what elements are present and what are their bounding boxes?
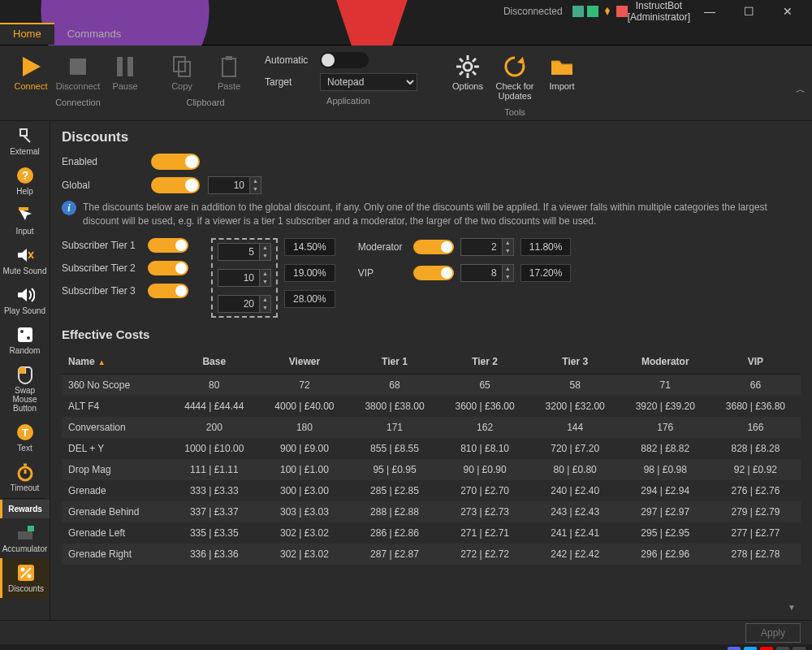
sidebar-item-external[interactable]: External bbox=[0, 121, 50, 161]
sidebar-item-play[interactable]: Play Sound bbox=[0, 280, 50, 320]
group-clipboard-label: Clipboard bbox=[186, 98, 224, 107]
tier1-toggle[interactable] bbox=[148, 238, 188, 253]
table-row[interactable]: Grenade333 | £3.33300 | £3.00285 | £2.85… bbox=[62, 480, 801, 501]
tier3-pct: 28.00% bbox=[284, 290, 335, 308]
sidebar-item-text[interactable]: TText bbox=[0, 418, 50, 457]
table-row[interactable]: Drop Mag111 | £1.11100 | £1.0095 | £0.95… bbox=[62, 459, 801, 480]
global-toggle[interactable] bbox=[151, 177, 200, 193]
target-select[interactable]: Notepad bbox=[320, 73, 417, 91]
vip-toggle[interactable] bbox=[413, 266, 454, 280]
connect-button[interactable]: Connect bbox=[10, 52, 52, 93]
twitter-icon[interactable] bbox=[744, 647, 757, 650]
col-vip[interactable]: VIP bbox=[710, 349, 801, 375]
input-icon bbox=[15, 206, 35, 225]
q-icon-1[interactable] bbox=[572, 6, 584, 17]
enabled-toggle[interactable] bbox=[151, 154, 200, 170]
mod-label: Moderator bbox=[358, 241, 407, 253]
folder-icon bbox=[549, 54, 575, 80]
target-label: Target bbox=[265, 76, 312, 88]
minimize-button[interactable]: — bbox=[690, 0, 729, 23]
svg-line-17 bbox=[473, 72, 476, 75]
q-icon-4[interactable] bbox=[616, 6, 628, 17]
svg-line-18 bbox=[460, 72, 463, 75]
apply-button[interactable]: Apply bbox=[745, 623, 801, 643]
svg-rect-29 bbox=[18, 531, 32, 540]
gear-icon bbox=[455, 54, 481, 80]
table-row[interactable]: Conversation200180171162144176166 bbox=[62, 417, 801, 438]
youtube-icon[interactable] bbox=[760, 647, 773, 650]
disconnect-button: Disconnect bbox=[57, 52, 99, 93]
enabled-label: Enabled bbox=[62, 156, 143, 167]
spin-down-icon[interactable]: ▼ bbox=[249, 185, 261, 193]
content-area: Discounts Enabled Global ▲▼ i The discou… bbox=[50, 121, 812, 620]
q-icon-3[interactable] bbox=[602, 6, 613, 17]
close-button[interactable]: ✕ bbox=[768, 0, 807, 23]
table-row[interactable]: Grenade Behind337 | £3.37303 | £3.03288 … bbox=[62, 501, 801, 522]
sidebar-item-rewards[interactable]: Rewards bbox=[0, 500, 50, 518]
status-icon-5[interactable] bbox=[793, 647, 806, 650]
sidebar-item-mute[interactable]: Mute Sound bbox=[0, 240, 50, 280]
info-icon: i bbox=[62, 201, 76, 215]
svg-rect-10 bbox=[226, 56, 232, 60]
maximize-button[interactable]: ☐ bbox=[729, 0, 768, 23]
table-row[interactable]: DEL + Y1000 | £10.00900 | £9.00855 | £8.… bbox=[62, 438, 801, 459]
col-moderator[interactable]: Moderator bbox=[620, 349, 710, 375]
options-button[interactable]: Options bbox=[447, 52, 489, 93]
tab-home[interactable]: Home bbox=[0, 23, 54, 45]
table-row[interactable]: ALT F44444 | £44.444000 | £40.003800 | £… bbox=[62, 396, 801, 417]
global-value-input[interactable]: ▲▼ bbox=[208, 176, 261, 194]
tier3-toggle[interactable] bbox=[148, 284, 188, 298]
pause-icon bbox=[112, 54, 138, 80]
discounts-heading: Discounts bbox=[62, 129, 801, 145]
scroll-down-icon[interactable]: ▼ bbox=[788, 603, 796, 612]
discord-icon[interactable] bbox=[728, 647, 741, 650]
effective-costs-table: Name▲ Base Viewer Tier 1 Tier 2 Tier 3 M… bbox=[62, 349, 801, 565]
table-row[interactable]: 360 No Scope80726865587166 bbox=[62, 374, 801, 396]
import-button[interactable]: Import bbox=[541, 52, 583, 93]
spin-up-icon[interactable]: ▲ bbox=[249, 177, 261, 185]
external-icon bbox=[15, 126, 35, 145]
tier-inputs-highlight: ▲▼ ▲▼ ▲▼ bbox=[211, 238, 278, 318]
table-row[interactable]: Grenade Left335 | £3.35302 | £3.02286 | … bbox=[62, 522, 801, 544]
tier2-input[interactable]: ▲▼ bbox=[218, 269, 271, 287]
sidebar-item-help[interactable]: ?Help bbox=[0, 161, 50, 201]
svg-rect-6 bbox=[127, 57, 133, 76]
svg-rect-30 bbox=[28, 526, 34, 531]
mod-pct: 11.80% bbox=[520, 238, 572, 256]
col-viewer[interactable]: Viewer bbox=[259, 349, 349, 375]
tier3-input[interactable]: ▲▼ bbox=[218, 295, 271, 313]
col-tier1[interactable]: Tier 1 bbox=[349, 349, 439, 375]
sidebar-item-discounts[interactable]: Discounts bbox=[0, 558, 50, 598]
svg-point-25 bbox=[27, 336, 30, 340]
svg-rect-2 bbox=[587, 6, 598, 17]
check-updates-button[interactable]: Check for Updates bbox=[494, 52, 536, 102]
titlebar: Disconnected InstructBot [Administrator]… bbox=[0, 0, 812, 23]
svg-rect-23 bbox=[18, 327, 32, 342]
tier1-input[interactable]: ▲▼ bbox=[218, 243, 271, 261]
sidebar-item-timeout[interactable]: Timeout bbox=[0, 457, 50, 497]
col-base[interactable]: Base bbox=[169, 349, 259, 375]
q-icon-2[interactable] bbox=[587, 6, 598, 17]
window-title: InstructBot [Administrator] bbox=[628, 0, 690, 23]
tab-commands[interactable]: Commands bbox=[54, 23, 134, 45]
col-name[interactable]: Name▲ bbox=[62, 349, 169, 375]
global-label: Global bbox=[62, 180, 143, 191]
col-tier3[interactable]: Tier 3 bbox=[530, 349, 620, 375]
table-row[interactable]: Grenade Right336 | £3.36302 | £3.02287 |… bbox=[62, 544, 801, 565]
mod-toggle[interactable] bbox=[413, 240, 454, 254]
mouse-icon bbox=[15, 365, 35, 384]
col-tier2[interactable]: Tier 2 bbox=[440, 349, 530, 375]
vip-input[interactable]: ▲▼ bbox=[460, 264, 514, 282]
mod-input[interactable]: ▲▼ bbox=[460, 238, 514, 256]
svg-text:T: T bbox=[22, 427, 28, 439]
tier2-toggle[interactable] bbox=[148, 261, 188, 275]
tier2-label: Subscriber Tier 2 bbox=[62, 262, 141, 274]
sidebar-item-random[interactable]: Random bbox=[0, 320, 50, 360]
sidebar-item-input[interactable]: Input bbox=[0, 201, 50, 240]
ribbon-collapse-button[interactable]: ︿ bbox=[796, 83, 806, 97]
svg-rect-22 bbox=[19, 207, 28, 210]
sidebar-item-accumulator[interactable]: Accumulator bbox=[0, 518, 50, 558]
sidebar-item-swap[interactable]: Swap Mouse Button bbox=[0, 360, 50, 418]
status-icon-4[interactable] bbox=[776, 647, 789, 650]
automatic-toggle[interactable] bbox=[320, 52, 369, 68]
